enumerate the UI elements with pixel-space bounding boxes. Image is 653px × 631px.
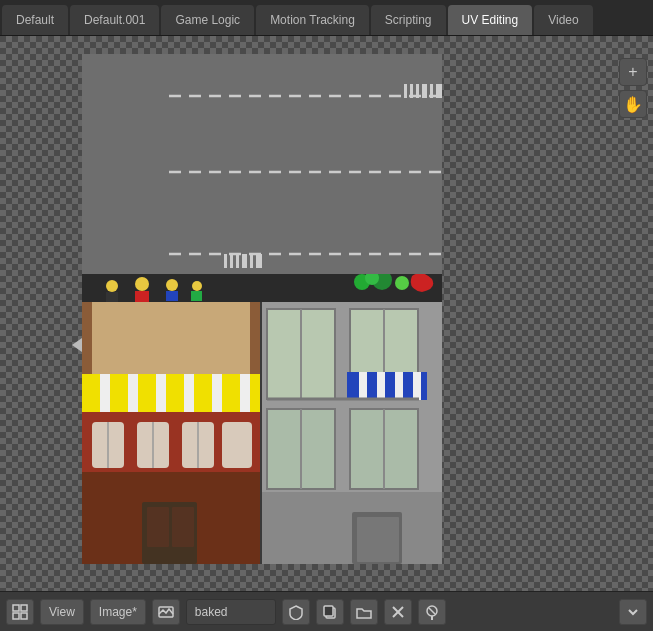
left-arrow-indicator bbox=[72, 338, 82, 352]
image-mode-icon bbox=[158, 604, 174, 620]
pin-icon bbox=[424, 604, 440, 620]
tab-scripting[interactable]: Scripting bbox=[371, 5, 446, 35]
tab-bar: Default Default.001 Game Logic Motion Tr… bbox=[0, 0, 653, 36]
shield-icon-button[interactable] bbox=[282, 599, 310, 625]
tab-video[interactable]: Video bbox=[534, 5, 592, 35]
pan-tool-button[interactable]: ✋ bbox=[619, 90, 647, 118]
svg-rect-23 bbox=[191, 291, 202, 301]
svg-rect-58 bbox=[413, 372, 421, 400]
svg-rect-57 bbox=[395, 372, 403, 400]
mode-icon-button[interactable] bbox=[6, 599, 34, 625]
svg-rect-47 bbox=[147, 507, 169, 547]
svg-rect-70 bbox=[21, 613, 27, 619]
svg-rect-32 bbox=[128, 374, 138, 412]
main-viewport: + ✋ bbox=[0, 36, 653, 591]
svg-point-22 bbox=[192, 281, 202, 291]
svg-rect-73 bbox=[324, 606, 333, 616]
bottom-toolbar: View Image* bbox=[0, 591, 653, 631]
image-menu-button[interactable]: Image* bbox=[90, 599, 146, 625]
image-mode-icon-button[interactable] bbox=[152, 599, 180, 625]
right-settings-button[interactable] bbox=[619, 599, 647, 625]
tab-game-logic[interactable]: Game Logic bbox=[161, 5, 254, 35]
svg-rect-67 bbox=[13, 605, 19, 611]
shield-icon bbox=[288, 604, 304, 620]
svg-rect-41 bbox=[222, 422, 252, 468]
tab-default[interactable]: Default bbox=[2, 5, 68, 35]
copy-icon bbox=[322, 604, 338, 620]
copy-icon-button[interactable] bbox=[316, 599, 344, 625]
svg-rect-17 bbox=[106, 292, 118, 302]
svg-point-18 bbox=[135, 277, 149, 291]
canvas-top-bg bbox=[82, 54, 442, 274]
svg-point-26 bbox=[395, 276, 409, 290]
close-icon-button[interactable] bbox=[384, 599, 412, 625]
svg-rect-33 bbox=[156, 374, 166, 412]
svg-point-20 bbox=[166, 279, 178, 291]
svg-rect-48 bbox=[172, 507, 194, 547]
svg-rect-36 bbox=[240, 374, 250, 412]
svg-rect-34 bbox=[184, 374, 194, 412]
folder-icon-button[interactable] bbox=[350, 599, 378, 625]
view-menu-button[interactable]: View bbox=[40, 599, 84, 625]
lego-building-image bbox=[82, 274, 442, 564]
uv-canvas[interactable] bbox=[82, 54, 442, 564]
tab-uv-editing[interactable]: UV Editing bbox=[448, 5, 533, 35]
svg-rect-21 bbox=[166, 291, 178, 301]
filename-input[interactable] bbox=[186, 599, 276, 625]
svg-line-78 bbox=[429, 608, 435, 614]
tab-motion-tracking[interactable]: Motion Tracking bbox=[256, 5, 369, 35]
svg-rect-55 bbox=[359, 372, 367, 400]
zoom-in-button[interactable]: + bbox=[619, 58, 647, 86]
svg-rect-35 bbox=[212, 374, 222, 412]
svg-rect-69 bbox=[13, 613, 19, 619]
svg-rect-31 bbox=[100, 374, 110, 412]
close-icon bbox=[391, 605, 405, 619]
svg-rect-66 bbox=[357, 517, 399, 562]
zoom-controls: + ✋ bbox=[619, 58, 647, 118]
folder-icon bbox=[356, 604, 372, 620]
svg-rect-56 bbox=[377, 372, 385, 400]
svg-rect-19 bbox=[135, 291, 149, 302]
right-settings-icon bbox=[625, 604, 641, 620]
tab-default001[interactable]: Default.001 bbox=[70, 5, 159, 35]
svg-rect-29 bbox=[92, 302, 250, 382]
svg-rect-68 bbox=[21, 605, 27, 611]
grid-icon bbox=[12, 604, 28, 620]
pin-icon-button[interactable] bbox=[418, 599, 446, 625]
svg-point-16 bbox=[106, 280, 118, 292]
